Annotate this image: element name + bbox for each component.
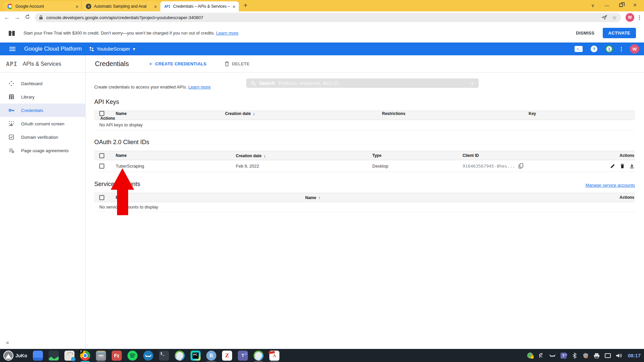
taskbar-zotero-icon[interactable]: Z [222,351,232,361]
volume-icon[interactable] [615,352,622,359]
taskbar-spotify-icon[interactable] [127,351,138,361]
tab-close-icon[interactable]: × [75,4,78,9]
delete-row-icon[interactable] [620,164,625,169]
wifi-icon[interactable] [538,352,545,359]
minimize-icon[interactable]: — [604,3,609,8]
sort-desc-icon[interactable]: ↓ [253,111,255,116]
sidebar-collapse-icon[interactable]: « [6,340,9,346]
restore-icon[interactable] [619,3,623,7]
tab-title: Automatic Sampling and Anal [94,4,151,9]
dismiss-button[interactable]: DISMISS [576,31,595,36]
gcp-more-icon[interactable] [621,47,622,51]
client-id-cell: 916463567945-8hes... [463,163,598,169]
help-icon[interactable]: ? [591,46,597,52]
sort-desc-icon[interactable]: ↓ [264,153,266,158]
taskbar-archive-manager-icon[interactable] [96,351,106,361]
manage-service-accounts-link[interactable]: Manage service accounts [586,183,635,188]
tab-automatic-sampling[interactable]: Automatic Sampling and Anal × [82,1,160,11]
gcp-brand[interactable]: Google Cloud Platform [24,46,82,52]
display-icon[interactable] [604,352,611,359]
taskbar-file-manager-icon[interactable] [33,351,43,361]
url-field[interactable]: console.developers.google.com/apis/crede… [35,13,621,22]
taskbar-teams-icon[interactable]: T [238,351,248,361]
notifications-badge[interactable]: 1 [605,45,613,53]
copy-icon[interactable] [519,163,523,169]
download-icon[interactable] [630,164,634,169]
taskbar-system-monitor-icon[interactable] [49,351,59,361]
service-accounts-header-row: Email Name↑ Actions [94,193,635,202]
gcp-header: Google Cloud Platform YoutubeScraper ▾ >… [0,43,644,55]
juko-logo-icon [3,351,13,361]
forward-icon[interactable]: → [14,14,20,21]
arrow-head [111,168,134,190]
browser-profile-avatar[interactable]: W [626,13,634,22]
project-switcher[interactable]: YoutubeScraper ▾ [89,46,135,52]
api-logo-icon: API [6,61,17,67]
sidebar-item-dashboard[interactable]: Dashboard [0,77,85,90]
reload-icon[interactable] [25,14,30,21]
taskbar-pycharm-icon[interactable]: PC [191,351,201,361]
send-icon[interactable] [601,15,607,20]
security-shield-icon[interactable] [582,352,589,359]
sidebar-item-page-usage[interactable]: Page usage agreements [0,144,85,157]
api-keys-empty-row: No API keys to display [94,120,635,130]
bluetooth-icon[interactable] [571,352,578,359]
delete-button[interactable]: DELETE [225,61,250,66]
vpn-lock-icon[interactable] [527,352,534,359]
new-tab-button[interactable]: + [244,2,248,9]
mustache-tray-icon[interactable] [549,352,556,359]
hamburger-menu-icon[interactable] [9,47,15,51]
select-all-checkbox[interactable] [99,195,104,200]
gcp-header-actions: >_ ? 1 W [575,44,639,54]
sidebar-item-oauth-consent[interactable]: OAuth consent screen [0,117,85,130]
select-all-checkbox[interactable] [99,153,104,158]
close-window-icon[interactable]: × [633,2,637,9]
taskbar-terminal-icon[interactable]: $_ [159,351,169,361]
taskbar-rstudio-icon[interactable]: R [206,351,216,361]
sidebar-item-domain-verification[interactable]: Domain verification [0,130,85,144]
oauth-client-row[interactable]: TuberScraping Feb 9, 2022 Desktop 916463… [94,160,635,172]
taskbar-anyconnect2-icon[interactable] [254,351,264,361]
taskbar-pdf-viewer-icon[interactable]: A [269,351,279,361]
printer-icon[interactable] [593,352,600,359]
browser-tab-strip: Google Account × Automatic Sampling and … [0,0,644,11]
account-avatar[interactable]: W [630,44,639,54]
key-icon [8,107,14,113]
domain-verification-icon [8,134,14,140]
tab-close-icon[interactable]: × [232,4,235,9]
select-all-checkbox[interactable] [99,111,104,116]
active-indicator [81,361,90,362]
row-actions [598,164,635,169]
browser-menu-icon[interactable] [639,15,640,20]
teams-tray-icon[interactable]: T [560,352,567,359]
activate-button[interactable]: ACTIVATE [603,28,636,38]
taskbar-filezilla-icon[interactable]: Fz [112,351,122,361]
service-subheader: API APIs & Services Credentials + CREATE… [0,55,644,73]
edit-icon[interactable] [610,164,615,169]
annotation-arrow-up [111,168,134,215]
row-checkbox[interactable] [99,164,104,169]
cloud-shell-icon[interactable]: >_ [575,46,583,52]
sidebar-item-credentials[interactable]: Credentials [0,104,85,117]
lock-icon [39,15,43,20]
tab-search-chevron-icon[interactable]: ∨ [591,3,594,8]
bookmark-star-icon[interactable]: ☆ [612,14,617,21]
sidebar-item-library[interactable]: Library [0,90,85,104]
back-icon[interactable]: ← [4,14,10,21]
taskbar-anyconnect-icon[interactable] [175,351,185,361]
taskbar-clock[interactable]: 08:17 [628,353,641,358]
tab-google-account[interactable]: Google Account × [3,1,82,11]
taskbar: JuKo ↓ 2 Fz $_ PC R Z T A [0,349,644,362]
banner-learn-more-link[interactable]: Learn more [216,31,238,36]
taskbar-software-store-icon[interactable]: ↓ [64,351,74,361]
api-favicon-icon: API [164,5,170,8]
taskbar-chrome-icon[interactable]: 2 [80,351,90,361]
tab-credentials-active[interactable]: API Credentials – APIs & Services – × [160,1,239,11]
banner-message: Start your Free Trial with $300 in credi… [23,31,238,36]
taskbar-mustache-app-icon[interactable] [143,351,153,361]
intro-learn-more-link[interactable]: Learn more [188,84,210,89]
sort-asc-icon[interactable]: ↑ [318,195,321,200]
create-credentials-button[interactable]: + CREATE CREDENTIALS [149,61,206,67]
taskbar-menu-button[interactable]: JuKo [3,351,27,361]
tab-close-icon[interactable]: × [154,4,157,9]
